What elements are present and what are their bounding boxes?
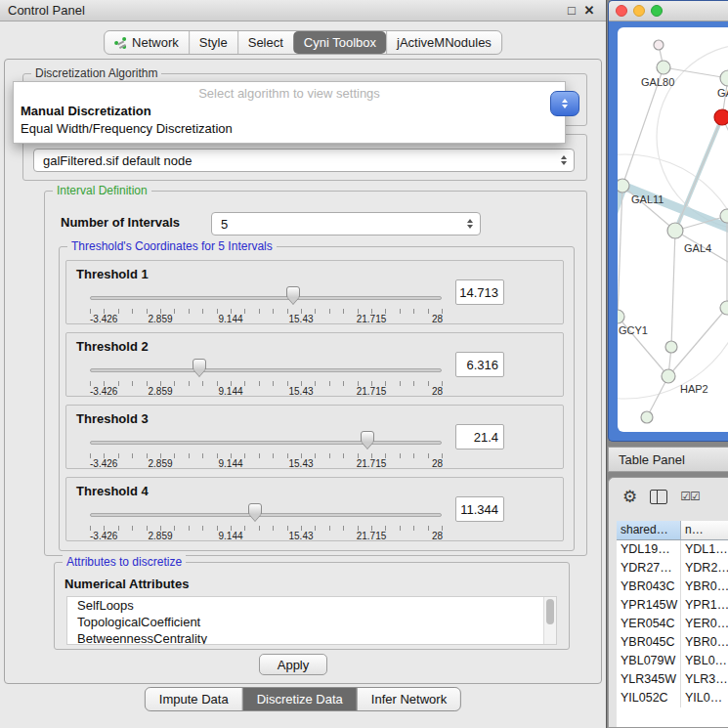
num-intervals-combo[interactable]: 5 bbox=[211, 212, 481, 236]
table-cell[interactable]: YIL052C bbox=[617, 689, 681, 707]
node-label: HAP2 bbox=[680, 383, 708, 395]
table-cell[interactable]: YLR3… bbox=[681, 670, 728, 689]
slider-track[interactable] bbox=[90, 296, 442, 300]
slider-track[interactable] bbox=[90, 513, 442, 517]
network-node[interactable] bbox=[657, 61, 670, 74]
table-cell[interactable]: YBL079W bbox=[617, 652, 681, 670]
node-label: GCY1 bbox=[619, 324, 648, 336]
float-window-icon[interactable]: □ bbox=[563, 3, 580, 18]
threshold-value-input[interactable] bbox=[455, 352, 504, 377]
table-row[interactable]: YER054CYER0… bbox=[617, 615, 728, 633]
tab-select[interactable]: Select bbox=[237, 31, 293, 54]
network-node[interactable] bbox=[618, 179, 629, 193]
algorithm-combo-button[interactable] bbox=[550, 91, 579, 116]
select-columns-icon[interactable]: ☑☑ bbox=[680, 490, 700, 503]
network-node[interactable] bbox=[720, 301, 728, 315]
attribute-item[interactable]: TopologicalCoefficient bbox=[67, 614, 556, 630]
slider-thumb[interactable] bbox=[286, 286, 300, 298]
threshold-value-input[interactable] bbox=[455, 279, 504, 305]
network-node-selected[interactable] bbox=[714, 109, 728, 125]
network-node[interactable] bbox=[667, 223, 683, 238]
scrollbar-thumb[interactable] bbox=[546, 599, 554, 624]
network-node[interactable] bbox=[654, 40, 664, 50]
network-node[interactable] bbox=[618, 310, 624, 323]
column-header-1[interactable]: shared… bbox=[617, 521, 681, 540]
algorithm-option[interactable]: Manual Discretization bbox=[14, 103, 565, 120]
column-header-2[interactable]: n… bbox=[681, 521, 728, 540]
table-row[interactable]: YBR043CYBR0… bbox=[617, 578, 728, 596]
gear-icon[interactable]: ⚙ bbox=[622, 489, 637, 505]
bottom-tab-impute-data[interactable]: Impute Data bbox=[146, 688, 242, 710]
columns-icon[interactable] bbox=[650, 490, 667, 504]
control-panel-window: Control Panel □ ✕ NetworkStyleSelectCyni… bbox=[0, 0, 607, 728]
network-node[interactable] bbox=[720, 209, 728, 223]
scrollbar[interactable] bbox=[543, 597, 556, 644]
table-panel-header[interactable]: Table Panel bbox=[608, 447, 728, 472]
network-node[interactable] bbox=[720, 70, 728, 86]
close-traffic-light-icon[interactable] bbox=[616, 5, 627, 17]
table-cell[interactable]: YDR27… bbox=[617, 559, 681, 578]
table-row[interactable]: YDL19…YDL1… bbox=[617, 540, 728, 559]
slider-thumb[interactable] bbox=[248, 503, 262, 515]
table-row[interactable]: YBR045CYBR0… bbox=[617, 633, 728, 652]
tick-label: 28 bbox=[432, 386, 443, 397]
table-row[interactable]: YDR27…YDR2… bbox=[617, 559, 728, 578]
tick-label: 9.144 bbox=[218, 386, 242, 397]
threshold-slider[interactable]: -3.4262.8599.14415.4321.71528 bbox=[90, 333, 442, 398]
slider-thumb[interactable] bbox=[193, 359, 206, 370]
threshold-slider[interactable]: -3.4262.8599.14415.4321.71528 bbox=[90, 261, 442, 325]
tab-cyni-toolbox[interactable]: Cyni Toolbox bbox=[293, 31, 386, 54]
threshold-value-input[interactable] bbox=[455, 496, 504, 522]
table-cell[interactable]: YDR2… bbox=[681, 559, 728, 578]
network-node[interactable] bbox=[641, 411, 653, 423]
bottom-tab-infer-network[interactable]: Infer Network bbox=[357, 688, 460, 710]
threshold-panel: Threshold 1-3.4262.8599.14415.4321.71528 bbox=[65, 260, 564, 324]
table-cell[interactable]: YBR0… bbox=[681, 633, 728, 652]
network-icon bbox=[114, 37, 127, 49]
table-cell[interactable]: YPR1… bbox=[681, 596, 728, 615]
tab-network[interactable]: Network bbox=[105, 31, 189, 54]
network-node[interactable] bbox=[662, 369, 675, 383]
apply-button[interactable]: Apply bbox=[259, 654, 327, 675]
table-row[interactable]: YLR345WYLR3… bbox=[617, 670, 728, 689]
minimize-traffic-light-icon[interactable] bbox=[633, 5, 645, 17]
table-cell[interactable]: YBR0… bbox=[681, 578, 728, 596]
threshold-slider[interactable]: -3.4262.8599.14415.4321.71528 bbox=[90, 478, 442, 542]
attribute-item[interactable]: BetweennessCentrality bbox=[67, 630, 556, 645]
node-label: GAL11 bbox=[631, 193, 664, 205]
table-cell[interactable]: YIL0… bbox=[681, 689, 728, 707]
table-cell[interactable]: YER054C bbox=[617, 615, 681, 633]
network-titlebar bbox=[609, 1, 728, 21]
attribute-item[interactable]: SelfLoops bbox=[67, 597, 556, 614]
tab-style[interactable]: Style bbox=[189, 31, 237, 54]
threshold-slider[interactable]: -3.4262.8599.14415.4321.71528 bbox=[90, 406, 442, 470]
slider-track[interactable] bbox=[90, 368, 442, 372]
slider-track[interactable] bbox=[90, 441, 442, 445]
cyni-content-panel: Discretization Algorithm Select algorith… bbox=[4, 59, 602, 684]
table-cell[interactable]: YPR145W bbox=[617, 596, 681, 615]
tab-jactivemnodules[interactable]: jActiveMNodules bbox=[386, 31, 501, 54]
table-data-combo[interactable]: galFiltered.sif default node bbox=[33, 149, 575, 172]
table-cell[interactable]: YBR043C bbox=[617, 578, 681, 596]
table-cell[interactable]: YDL19… bbox=[617, 540, 681, 559]
table-cell[interactable]: YBL0… bbox=[681, 652, 728, 670]
table-header-row: shared…n… bbox=[617, 521, 728, 540]
table-row[interactable]: YPR145WYPR1… bbox=[617, 596, 728, 615]
table-cell[interactable]: YER0… bbox=[681, 615, 728, 633]
network-graph bbox=[618, 27, 728, 432]
close-window-icon[interactable]: ✕ bbox=[580, 3, 598, 18]
bottom-tab-discretize-data[interactable]: Discretize Data bbox=[242, 688, 357, 710]
network-canvas[interactable]: GAL80GAGAL11GAL4GCY1HAP2 bbox=[618, 27, 728, 432]
table-row[interactable]: YIL052CYIL0… bbox=[617, 689, 728, 707]
table-cell[interactable]: YBR045C bbox=[617, 633, 681, 652]
interval-definition-title: Interval Definition bbox=[53, 184, 151, 197]
table-cell[interactable]: YLR345W bbox=[617, 670, 681, 689]
slider-thumb[interactable] bbox=[361, 431, 374, 443]
tick-label: 9.144 bbox=[218, 458, 242, 469]
table-cell[interactable]: YDL1… bbox=[681, 540, 728, 559]
zoom-traffic-light-icon[interactable] bbox=[651, 5, 663, 17]
algorithm-option[interactable]: Equal Width/Frequency Discretization bbox=[14, 120, 565, 138]
threshold-value-input[interactable] bbox=[455, 424, 504, 450]
network-node[interactable] bbox=[665, 341, 677, 353]
table-row[interactable]: YBL079WYBL0… bbox=[617, 652, 728, 670]
